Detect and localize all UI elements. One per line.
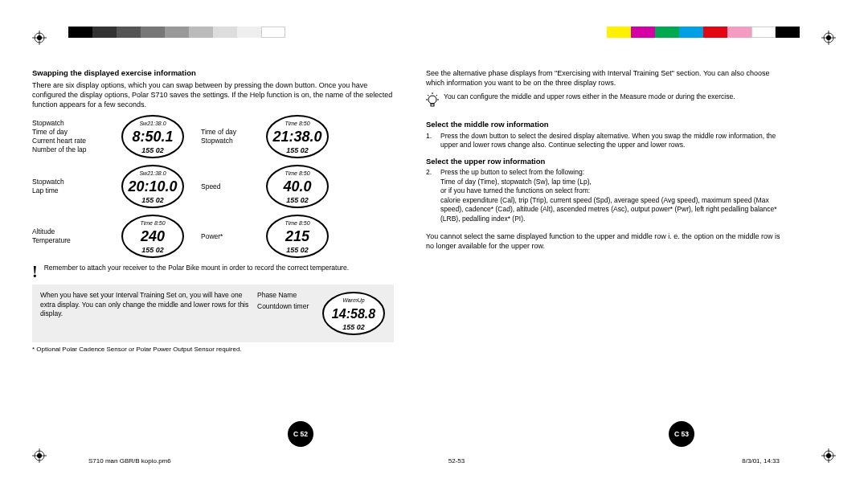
svg-text:20:10.0: 20:10.0 (127, 178, 177, 194)
registration-mark-icon (32, 448, 47, 463)
watch-display-icon: Time 8:5040.0155 02 (265, 164, 330, 209)
exclamation-icon: ! (32, 264, 38, 280)
upper-row-note: You cannot select the same displayed fun… (426, 231, 788, 251)
tip-text: You can configure the middle and upper r… (444, 92, 735, 101)
svg-text:155 02: 155 02 (141, 146, 164, 154)
svg-text:Time 8:50: Time 8:50 (285, 121, 309, 126)
tip-row: You can configure the middle and upper r… (426, 92, 788, 111)
row3-labels-b: Power* (193, 214, 265, 259)
svg-rect-50 (431, 104, 434, 106)
left-heading: Swapping the displayed exercise informat… (32, 68, 394, 79)
watch-display-icon: Sw21:38.020:10.0155 02 (121, 164, 185, 209)
footer: S710 man GBR/B kopio.pm6 52-53 8/3/01, 1… (88, 457, 780, 465)
svg-text:215: 215 (285, 228, 310, 244)
watch-display-icon: WarmUp14:58.8155 02 (321, 291, 386, 336)
registration-mark-icon (32, 31, 47, 45)
right-intro: See the alternative phase displays from … (426, 68, 788, 88)
up-row-item: 2. Press the up button to select from th… (426, 168, 788, 223)
footer-pages: 52-53 (448, 457, 465, 465)
svg-text:155 02: 155 02 (286, 246, 309, 254)
watch-display-icon: Sw21:38.08:50.1155 02 (121, 114, 185, 159)
grayscale-colorbar (68, 27, 358, 38)
footnote: * Optional Polar Cadence Sensor or Polar… (32, 346, 394, 354)
registration-mark-icon (821, 31, 836, 45)
svg-text:155 02: 155 02 (286, 196, 309, 204)
svg-line-46 (428, 95, 429, 96)
svg-text:Time 8:50: Time 8:50 (285, 220, 309, 226)
svg-text:155 02: 155 02 (141, 246, 164, 254)
list-number: 2. (426, 168, 436, 223)
reminder-text: Remember to attach your receiver to the … (44, 264, 349, 272)
left-intro: There are six display options, which you… (32, 80, 394, 109)
registration-mark-icon (821, 448, 836, 463)
row2-labels-b: Speed (193, 164, 265, 209)
svg-line-47 (436, 95, 438, 96)
interval-labels: Phase Name Countdown timer (257, 291, 313, 311)
svg-point-44 (428, 96, 436, 104)
row3-labels-a: Altitude Temperature (32, 214, 121, 259)
interval-text: When you have set your Interval Training… (40, 291, 249, 318)
cmyk-colorbar (510, 27, 800, 38)
page-number-left: C 52 (288, 421, 313, 447)
heading-upper-row: Select the upper row information (426, 157, 788, 167)
row1-labels-b: Time of day Stopwatch (193, 114, 265, 159)
svg-text:Time 8:50: Time 8:50 (285, 170, 309, 176)
mid-row-item: 1. Press the down button to select the d… (426, 132, 788, 150)
footer-doc: S710 man GBR/B kopio.pm6 (88, 457, 171, 465)
svg-text:40.0: 40.0 (282, 178, 311, 194)
right-column: See the alternative phase displays from … (426, 68, 788, 359)
row1-labels-a: Stopwatch Time of day Current heart rate… (32, 114, 121, 159)
reminder-row: ! Remember to attach your receiver to th… (32, 264, 394, 280)
svg-text:8:50.1: 8:50.1 (132, 129, 173, 145)
list-number: 1. (426, 132, 436, 150)
watch-display-icon: Time 8:5021:38.0155 02 (265, 114, 330, 159)
interval-info-box: When you have set your Interval Training… (32, 285, 394, 342)
svg-text:240: 240 (140, 228, 165, 244)
page-number-right: C 53 (669, 421, 694, 447)
watch-display-icon: Time 8:50215155 02 (265, 214, 330, 259)
svg-text:Sw21:38.0: Sw21:38.0 (139, 121, 166, 126)
svg-text:14:58.8: 14:58.8 (332, 307, 375, 321)
footer-date: 8/3/01, 14:33 (742, 457, 780, 465)
left-column: Swapping the displayed exercise informat… (32, 68, 394, 359)
svg-text:155 02: 155 02 (286, 146, 309, 154)
svg-text:WarmUp: WarmUp (342, 297, 365, 304)
watch-display-icon: Time 8:50240155 02 (121, 214, 185, 259)
svg-text:21:38.0: 21:38.0 (272, 129, 321, 145)
svg-text:155 02: 155 02 (342, 323, 365, 331)
display-options-grid: Stopwatch Time of day Current heart rate… (32, 114, 394, 259)
svg-text:Time 8:50: Time 8:50 (140, 220, 165, 226)
row2-labels-a: Stopwatch Lap time (32, 164, 121, 209)
lightbulb-icon (426, 92, 439, 111)
svg-text:Sw21:38.0: Sw21:38.0 (139, 170, 166, 176)
svg-text:155 02: 155 02 (141, 196, 164, 204)
heading-middle-row: Select the middle row information (426, 120, 788, 130)
document-page: Swapping the displayed exercise informat… (0, 0, 868, 479)
